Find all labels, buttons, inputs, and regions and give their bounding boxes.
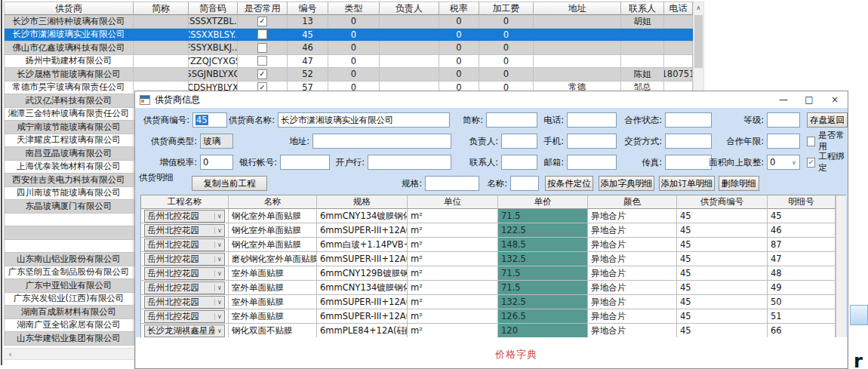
- supplier-row[interactable]: 佛山市亿鑫玻璃科技有限公司FSSYXBLKJ...✓46000: [4, 42, 693, 55]
- detail-cell-supplier-id[interactable]: 45: [677, 309, 768, 324]
- cell-contact[interactable]: [621, 42, 664, 55]
- close-button[interactable]: ×: [822, 91, 848, 108]
- cell-pinyin-code[interactable]: CSSGJNBLYXGS: [189, 68, 238, 81]
- detail-col-header-supplier-id[interactable]: 供货商编号: [677, 195, 768, 209]
- col-header-contact[interactable]: 联系人: [621, 2, 664, 15]
- cell-tax-rate[interactable]: 0: [439, 15, 479, 29]
- detail-cell-detail-no[interactable]: 48: [768, 266, 836, 281]
- detail-cell-supplier-id[interactable]: 45: [677, 252, 768, 266]
- detail-cell-spec[interactable]: 6mmSUPER-III+12A(硅...: [317, 252, 408, 266]
- cell-id[interactable]: 45: [288, 29, 328, 42]
- detail-cell-spec[interactable]: 6mmPLE84+12A(硅酮胶...: [317, 324, 408, 338]
- project-combo[interactable]: 岳州北控花园∨: [144, 210, 225, 223]
- col-header-address[interactable]: 地址: [534, 2, 621, 15]
- chevron-down-icon[interactable]: ∨: [214, 227, 224, 234]
- detail-cell-color[interactable]: 异地合片: [588, 238, 677, 252]
- detail-row[interactable]: 岳州北控花园∨室外单面贴膜6mmCNY134镀膜钢化m²71.5异地合片4549: [141, 281, 845, 295]
- chevron-down-icon[interactable]: ∨: [214, 213, 224, 220]
- detail-vertical-scrollbar[interactable]: [836, 324, 846, 338]
- coop-years-field[interactable]: [767, 134, 800, 149]
- detail-cell-project-combo[interactable]: 岳州北控花园∨: [141, 223, 229, 238]
- detail-row[interactable]: 岳州北控花园∨磨砂钢化室外单面贴膜6mmSUPER-III+12A(硅...m²…: [141, 252, 845, 266]
- detail-cell-detail-no[interactable]: 47: [768, 252, 836, 266]
- detail-cell-color[interactable]: 异地合片: [588, 266, 677, 281]
- detail-cell-supplier-id[interactable]: 45: [677, 238, 768, 252]
- detail-col-header-project-combo[interactable]: 工程名称: [141, 195, 229, 209]
- detail-cell-color[interactable]: 异地合片: [588, 295, 677, 309]
- cell-manager[interactable]: [380, 55, 439, 69]
- chevron-down-icon[interactable]: ∨: [214, 284, 224, 291]
- cell-common-flag[interactable]: ✓: [238, 68, 288, 81]
- detail-cell-unit[interactable]: m²: [408, 324, 498, 338]
- cell-common-flag[interactable]: ✓: [238, 15, 288, 29]
- detail-vertical-scrollbar[interactable]: [836, 266, 846, 281]
- detail-cell-unit-price[interactable]: 71.5: [498, 281, 588, 295]
- project-bind-checkbox[interactable]: ✓ 工程绑定: [807, 155, 848, 170]
- checkbox-icon[interactable]: ✓: [807, 158, 815, 168]
- detail-cell-product-name[interactable]: 室外单面贴膜: [229, 281, 317, 295]
- detail-row[interactable]: 长沙龙湖祺鑫星座∨钢化双面不贴膜6mmPLE84+12A(硅酮胶...m²120…: [141, 324, 845, 338]
- cell-processing-fee[interactable]: 0: [479, 68, 534, 81]
- cell-type[interactable]: 0: [328, 68, 380, 81]
- detail-cell-spec[interactable]: 6mmSUPER-III+12A(硅...: [317, 223, 408, 238]
- cell-supplier[interactable]: 山东南山铝业股份有限公司: [4, 253, 134, 266]
- cell-tax-rate[interactable]: 0: [439, 55, 479, 69]
- detail-cell-spec[interactable]: 6mmSUPER-III+12A(硅...: [317, 295, 408, 309]
- detail-col-header-color[interactable]: 颜色: [588, 195, 677, 209]
- detail-cell-project-combo[interactable]: 长沙龙湖祺鑫星座∨: [141, 324, 229, 338]
- cell-manager[interactable]: [380, 68, 439, 81]
- detail-vertical-scrollbar[interactable]: [836, 209, 846, 223]
- detail-cell-unit[interactable]: m²: [408, 281, 498, 295]
- supplier-row[interactable]: 扬州中勤建材有限公司YZZQJCYXGS✓47000: [4, 55, 693, 69]
- project-combo[interactable]: 岳州北控花园∨: [144, 281, 225, 294]
- col-header-pinyin-code[interactable]: 简音码: [189, 2, 238, 15]
- detail-cell-spec[interactable]: 6mmSUPER-III+12A(硅...: [317, 309, 408, 324]
- detail-cell-unit[interactable]: m²: [408, 223, 498, 238]
- cell-supplier[interactable]: 咸宁南玻节能玻璃有限公司: [4, 121, 134, 134]
- detail-cell-product-name[interactable]: 钢化室外单面贴膜: [229, 209, 317, 223]
- cell-supplier[interactable]: 长沙晟格节能玻璃有限公司: [4, 68, 134, 81]
- detail-cell-color[interactable]: 异地合片: [588, 309, 677, 324]
- project-combo[interactable]: 岳州北控花园∨: [144, 224, 225, 237]
- detail-cell-unit-price[interactable]: 132.5: [498, 295, 588, 309]
- detail-cell-product-name[interactable]: 钢化双面不贴膜: [229, 324, 317, 338]
- detail-cell-color[interactable]: 异地合片: [588, 209, 677, 223]
- common-flag-checkbox[interactable]: ✓ 是否常用: [807, 134, 848, 149]
- locate-by-condition-button[interactable]: 按条件定位: [545, 176, 593, 191]
- checkbox-icon[interactable]: ✓: [807, 137, 815, 146]
- supplier-row[interactable]: 长沙市三湘特种玻璃有限公司CSSSXTZBL...✓13000胡姐: [4, 15, 693, 29]
- dialog-titlebar[interactable]: 供货商信息 — □ ×: [135, 91, 848, 108]
- cell-supplier[interactable]: 湖南百成新材料有限公司: [4, 306, 134, 319]
- chevron-down-icon[interactable]: ∨: [214, 327, 224, 334]
- delete-detail-button[interactable]: 删除明细: [719, 176, 759, 191]
- maximize-button[interactable]: □: [796, 91, 822, 108]
- common-checkbox[interactable]: ✓: [257, 56, 267, 66]
- cell-supplier[interactable]: 上海优泰装饰材料有限公司: [4, 161, 134, 174]
- detail-cell-spec[interactable]: 6mmCNY134镀膜钢化: [317, 209, 408, 223]
- col-header-type[interactable]: 类型: [328, 2, 380, 15]
- cell-tax-rate[interactable]: 0: [439, 42, 479, 55]
- detail-row[interactable]: 岳州北控花园∨钢化室外单面贴膜6mm白玻+1.14PVB+6mm...m²148…: [141, 238, 845, 252]
- name-filter-field[interactable]: [510, 176, 539, 191]
- cell-abbr[interactable]: [134, 42, 189, 55]
- supplier-row[interactable]: 长沙晟格节能玻璃有限公司CSSGJNBLYXGS✓52000陈姐180751: [4, 68, 693, 81]
- cell-pinyin-code[interactable]: CSSSXTZBL...: [189, 15, 238, 29]
- detail-vertical-scrollbar[interactable]: [836, 281, 846, 295]
- supplier-row[interactable]: 长沙市潇湘玻璃实业有限公司CSSXXBLSY...✓45000: [4, 29, 693, 42]
- cell-type[interactable]: 0: [328, 42, 380, 55]
- cell-supplier[interactable]: [4, 226, 134, 240]
- cell-supplier[interactable]: [4, 214, 134, 227]
- cell-id[interactable]: 47: [288, 55, 328, 69]
- cell-contact[interactable]: 陈姐: [621, 68, 664, 81]
- scroll-up-icon[interactable]: ∧: [694, 2, 703, 14]
- add-order-detail-button[interactable]: 添加订单明细: [659, 176, 715, 191]
- detail-cell-detail-no[interactable]: 51: [768, 309, 836, 324]
- chevron-down-icon[interactable]: ∨: [789, 159, 799, 166]
- cell-type[interactable]: 0: [328, 55, 380, 69]
- cell-supplier[interactable]: 山东华建铝业集团有限公司: [4, 332, 134, 346]
- detail-cell-project-combo[interactable]: 岳州北控花园∨: [141, 209, 229, 223]
- detail-cell-color[interactable]: 异地合片: [588, 223, 677, 238]
- detail-cell-unit[interactable]: m²: [408, 266, 498, 281]
- detail-cell-unit[interactable]: m²: [408, 209, 498, 223]
- col-header-supplier[interactable]: 供货商: [4, 2, 134, 15]
